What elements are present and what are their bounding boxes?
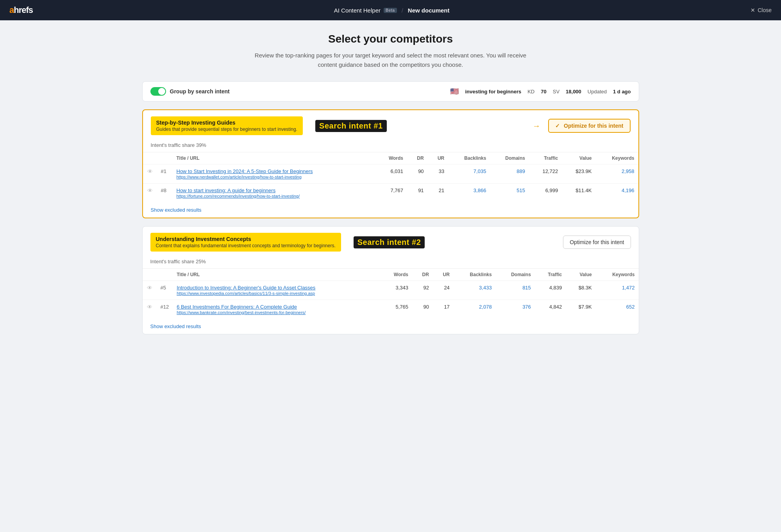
- result-words: 3,343: [381, 281, 412, 300]
- col-header-2: Title / URL: [173, 152, 376, 164]
- intent-meta-2: Intent's traffic share 25%: [143, 257, 639, 268]
- result-traffic: 4,839: [535, 281, 566, 300]
- updated-value: 1 d ago: [613, 89, 631, 95]
- close-button[interactable]: ✕ Close: [751, 7, 772, 13]
- sv-value: 18,000: [566, 89, 581, 95]
- result-title-link[interactable]: Introduction to Investing: A Beginner's …: [177, 285, 315, 291]
- col-header-8: Traffic: [529, 152, 562, 164]
- beta-badge: Beta: [384, 8, 397, 13]
- group-by-control: Group by search intent: [150, 87, 230, 96]
- result-rank: #12: [157, 300, 173, 319]
- kd-value: 70: [541, 89, 546, 95]
- result-backlinks[interactable]: 3,433: [479, 285, 492, 291]
- col-header-7: Domains: [496, 269, 535, 281]
- result-domains[interactable]: 376: [522, 304, 531, 310]
- eye-off-icon[interactable]: 👁: [147, 304, 152, 310]
- result-traffic: 4,842: [535, 300, 566, 319]
- result-value: $7.9K: [566, 300, 596, 319]
- intent-label-2: Search intent #2: [354, 236, 425, 248]
- result-title-cell: How to Start Investing in 2024: A 5-Step…: [173, 164, 376, 184]
- col-header-9: Value: [566, 269, 596, 281]
- result-keywords[interactable]: 2,958: [622, 168, 634, 174]
- intent-title-block-2: Understanding Investment Concepts Conten…: [150, 233, 557, 252]
- eye-off-icon[interactable]: 👁: [147, 168, 153, 175]
- result-ur: 24: [433, 281, 454, 300]
- kd-label: KD: [527, 89, 534, 95]
- toolbar: Group by search intent 🇺🇸 investing for …: [142, 81, 639, 102]
- result-backlinks[interactable]: 7,035: [474, 168, 486, 174]
- show-excluded-link[interactable]: Show excluded results: [143, 202, 209, 218]
- result-title-link[interactable]: How to Start Investing in 2024: A 5-Step…: [177, 168, 313, 174]
- group-intent-toggle[interactable]: [150, 87, 166, 96]
- logo: ahrefs: [9, 5, 33, 15]
- result-backlinks[interactable]: 3,866: [474, 187, 486, 193]
- result-keywords[interactable]: 1,472: [622, 285, 635, 291]
- intent-label-1: Search intent #1: [315, 120, 387, 132]
- result-dr: 92: [412, 281, 433, 300]
- result-url-link[interactable]: https://fortune.com/recommends/investing…: [177, 194, 372, 198]
- eye-off-icon[interactable]: 👁: [147, 285, 152, 291]
- optimize-label-2: Optimize for this intent: [570, 239, 624, 245]
- optimize-label-1: Optimize for this intent: [564, 123, 623, 129]
- col-header-5: UR: [428, 152, 449, 164]
- col-header-7: Domains: [490, 152, 529, 164]
- separator: /: [402, 7, 403, 14]
- result-value: $11.4K: [562, 184, 595, 203]
- result-ur: 17: [433, 300, 454, 319]
- eye-off-icon[interactable]: 👁: [147, 187, 153, 194]
- page-title: Select your competitors: [142, 33, 639, 45]
- page-content: Select your competitors Review the top-r…: [133, 20, 649, 358]
- col-header-0: [143, 152, 157, 164]
- result-words: 5,765: [381, 300, 412, 319]
- result-domains[interactable]: 515: [516, 187, 525, 193]
- results-table-2: Title / URLWordsDRURBacklinksDomainsTraf…: [143, 268, 639, 319]
- result-ur: 33: [428, 164, 449, 184]
- close-icon: ✕: [751, 7, 755, 13]
- intent-header-1: Step-by-Step Investing Guides Guides tha…: [143, 110, 638, 141]
- optimize-button-1[interactable]: ✓ Optimize for this intent: [548, 119, 630, 133]
- col-header-2: Title / URL: [173, 269, 381, 281]
- result-words: 7,767: [376, 184, 407, 203]
- check-icon-1: ✓: [555, 123, 560, 129]
- result-url-link[interactable]: https://www.nerdwallet.com/article/inves…: [177, 175, 372, 179]
- result-title-cell: Introduction to Investing: A Beginner's …: [173, 281, 381, 300]
- group-label: Group by search intent: [170, 88, 230, 95]
- arrow-icon-1: →: [533, 121, 540, 130]
- table-row: 👁#5Introduction to Investing: A Beginner…: [143, 281, 639, 300]
- col-header-5: UR: [433, 269, 454, 281]
- page-subtitle: Review the top-ranking pages for your ta…: [254, 51, 527, 70]
- result-title-link[interactable]: 6 Best Investments For Beginners: A Comp…: [177, 304, 297, 310]
- intent-title-block-1: Step-by-Step Investing Guides Guides tha…: [151, 116, 533, 135]
- table-row: 👁#126 Best Investments For Beginners: A …: [143, 300, 639, 319]
- app-name-label: AI Content Helper: [334, 7, 381, 14]
- intent-badge-1: Step-by-Step Investing Guides Guides tha…: [151, 116, 303, 135]
- toolbar-meta: 🇺🇸 investing for beginners KD 70 SV 18,0…: [450, 87, 631, 96]
- keyword-value: investing for beginners: [465, 89, 521, 95]
- result-keywords[interactable]: 652: [626, 304, 635, 310]
- sv-label: SV: [553, 89, 559, 95]
- optimize-button-2[interactable]: Optimize for this intent: [563, 236, 631, 249]
- header-nav: AI Content Helper Beta / New document: [334, 7, 450, 14]
- table-row: 👁#8How to start investing: A guide for b…: [143, 184, 638, 203]
- result-url-link[interactable]: https://www.investopedia.com/articles/ba…: [177, 291, 377, 296]
- result-title-link[interactable]: How to start investing: A guide for begi…: [177, 187, 276, 193]
- result-keywords[interactable]: 4,196: [622, 187, 634, 193]
- col-header-3: Words: [376, 152, 407, 164]
- intent-badge-title-2: Understanding Investment Concepts: [156, 236, 336, 242]
- col-header-6: Backlinks: [448, 152, 490, 164]
- result-backlinks[interactable]: 2,078: [479, 304, 492, 310]
- app-header: ahrefs AI Content Helper Beta / New docu…: [0, 0, 781, 20]
- result-title-cell: How to start investing: A guide for begi…: [173, 184, 376, 203]
- result-url-link[interactable]: https://www.bankrate.com/investing/best-…: [177, 310, 377, 315]
- col-header-0: [143, 269, 157, 281]
- intent-badge-desc-2: Content that explains fundamental invest…: [156, 243, 336, 248]
- col-header-8: Traffic: [535, 269, 566, 281]
- results-table-1: Title / URLWordsDRURBacklinksDomainsTraf…: [143, 152, 638, 202]
- intent-section-1: Step-by-Step Investing Guides Guides tha…: [142, 109, 639, 218]
- result-domains[interactable]: 815: [522, 285, 531, 291]
- result-domains[interactable]: 889: [516, 168, 525, 174]
- result-value: $23.9K: [562, 164, 595, 184]
- col-header-3: Words: [381, 269, 412, 281]
- result-ur: 21: [428, 184, 449, 203]
- show-excluded-link[interactable]: Show excluded results: [143, 319, 209, 334]
